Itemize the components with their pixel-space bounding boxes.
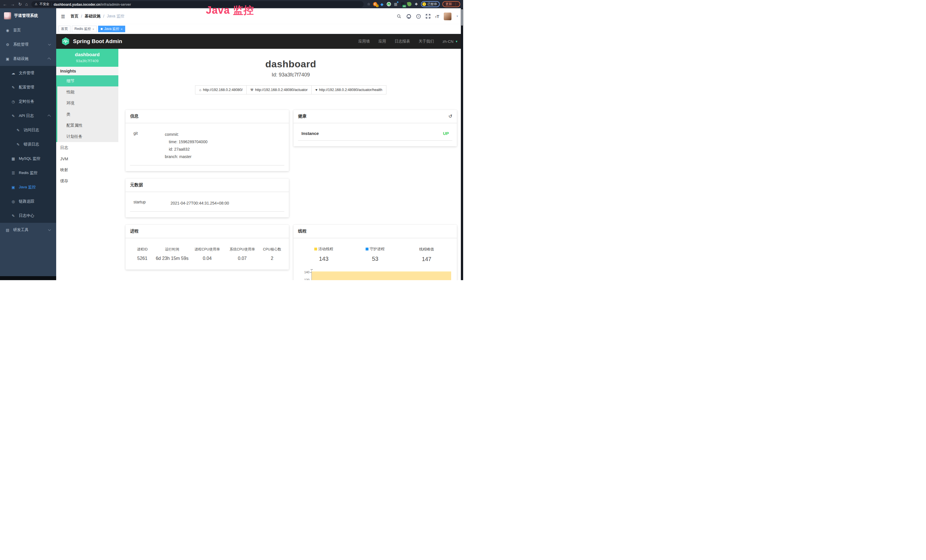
sba-brand[interactable]: Spring Boot Admin [61, 37, 122, 45]
app-logo [4, 12, 11, 20]
url-host: dashboard.yudao.iocoder.cn [54, 3, 100, 6]
sba-logo-icon [61, 37, 70, 45]
sidebar-item-tracing[interactable]: ◎ 链路追踪 [0, 194, 56, 209]
page-scrollbar[interactable] [461, 8, 463, 280]
thread-stats: 活动线程 143 守护进程 53 线程峰值 147 [298, 243, 452, 262]
sidebar-item-jobs[interactable]: ◷ 定时任务 [0, 94, 56, 109]
breadcrumb-home[interactable]: 首页 [70, 14, 79, 19]
sba-nav-about[interactable]: 关于我们 [419, 39, 434, 44]
sba-item-jvm[interactable]: JVM [56, 153, 118, 164]
actuator-url-button[interactable]: ⚒ http://192.168.0.2:48080/actuator [247, 85, 312, 94]
sidebar-item-log-center[interactable]: ✎ 日志中心 [0, 209, 56, 223]
history-icon[interactable]: ↺ [449, 114, 452, 119]
edit-icon: ✎ [11, 85, 15, 89]
fullscreen-icon[interactable] [425, 14, 431, 19]
sba-group-insights[interactable]: Insights [56, 67, 118, 75]
sidebar-item-system[interactable]: ⚙ 系统管理 [0, 37, 56, 51]
sba-item-caches[interactable]: 缓存 [56, 176, 118, 186]
notification-dot [397, 2, 398, 3]
live-threads-legend-icon [314, 248, 317, 250]
reload-icon[interactable]: ↻ [18, 2, 22, 6]
y-extension-icon[interactable]: y [387, 2, 391, 6]
process-col-pid: 进程ID [130, 247, 154, 252]
user-avatar[interactable] [444, 12, 451, 20]
instance-title: dashboard [118, 59, 463, 70]
sba-nav-applications[interactable]: 应用 [378, 39, 386, 44]
sidebar-item-redis[interactable]: ☰ Redis 监控 [0, 166, 56, 180]
sba-item-details[interactable]: 细节 [57, 75, 118, 86]
layers-icon: ☰ [11, 171, 15, 175]
browser-menu-icon[interactable]: ⋮ [454, 2, 457, 6]
home-icon[interactable]: ⌂ [26, 2, 28, 6]
dashboard-icon: ◉ [5, 28, 10, 33]
extension-icon[interactable]: C1 [373, 2, 377, 6]
sidebar-item-error-log[interactable]: ✎ 错误日志 [0, 137, 56, 151]
process-cpu-value: 0.04 [190, 256, 225, 261]
sidebar-item-home[interactable]: ◉ 首页 [0, 23, 56, 37]
sidebar-collapse-icon[interactable]: ≣ [61, 13, 65, 20]
sba-item-metrics[interactable]: 性能 [57, 86, 118, 98]
chevron-down-icon [48, 43, 51, 45]
github-icon[interactable] [406, 14, 411, 19]
process-panel-title: 进程 [130, 229, 139, 234]
daemon-threads-value: 53 [350, 256, 401, 262]
monitor-icon: ▣ [11, 185, 15, 189]
breadcrumb-infra[interactable]: 基础设施 [85, 14, 101, 19]
close-icon[interactable]: × [121, 27, 123, 31]
chevron-up-icon [48, 115, 51, 118]
sba-item-logs[interactable]: 日志 [56, 142, 118, 153]
sba-language-select[interactable]: zh-CN ▼ [443, 39, 458, 44]
sidebar-logo-row[interactable]: 芋道管理系统 [0, 8, 56, 23]
sidebar-item-files[interactable]: ☁ 文件管理 [0, 66, 56, 80]
window-bottom-edge [0, 276, 56, 280]
process-table: 进程ID 5261 运行时间 6d 23h 15m 59s 进程CPU使用率 0… [130, 243, 284, 264]
profile-paused-chip[interactable]: ツ 已暂停 [421, 1, 440, 7]
status-badge: UP [443, 131, 451, 136]
health-url-button[interactable]: ♥ http://192.168.0.2:48080/actuator/heal… [312, 85, 386, 94]
forward-icon[interactable]: → [11, 2, 15, 6]
wrench-icon: ⚒ [250, 88, 254, 92]
avatar-caret-icon[interactable]: ▼ [456, 15, 458, 18]
info-panel-title: 信息 [130, 114, 139, 119]
process-col-cores: CPU核心数 [260, 247, 284, 252]
tab-java-monitor[interactable]: Java 监控 × [98, 26, 125, 32]
sba-nav-wallboard[interactable]: 应用墙 [358, 39, 370, 44]
sba-nav-journal[interactable]: 日志报表 [395, 39, 410, 44]
extensions-puzzle-icon[interactable]: ❖ [414, 2, 418, 6]
search-icon[interactable] [396, 14, 401, 19]
metadata-key: startup [133, 200, 171, 207]
bookmark-star-icon[interactable]: ☆ [367, 2, 371, 6]
sidebar-item-api-log[interactable]: ✎ API 日志 [0, 109, 56, 123]
address-bar[interactable]: ⚠ 不安全 dashboard.yudao.iocoder.cn/infra/a… [31, 1, 364, 8]
sba-item-scheduled-tasks[interactable]: 计划任务 [57, 131, 118, 142]
sidebar-item-mysql[interactable]: ▦ MySQL 监控 [0, 151, 56, 166]
sidebar-item-dev-tools[interactable]: ▤ 研发工具 [0, 223, 56, 237]
sidebar-item-config[interactable]: ✎ 配置管理 [0, 80, 56, 94]
info-panel: 信息 git commit: time: 1596289704000 id: 2… [126, 110, 289, 171]
sidebar-item-java-monitor[interactable]: ▣ Java 监控 [0, 180, 56, 194]
sidebar-item-access-log[interactable]: ✎ 访问日志 [0, 123, 56, 137]
service-url-button[interactable]: ⌂ http://192.168.0.2:48080/ [195, 85, 247, 94]
eye-icon: ◎ [11, 200, 15, 204]
scrollbar-thumb[interactable] [461, 9, 463, 26]
back-icon[interactable]: ← [3, 2, 7, 6]
tab-redis-monitor[interactable]: Redis 监控 × [72, 26, 97, 32]
sba-item-mappings[interactable]: 映射 [56, 164, 118, 176]
update-button[interactable]: 更新 ⋮ [442, 1, 460, 7]
sba-instance-header[interactable]: dashboard 93a3fc7f7409 [56, 49, 118, 67]
sba-item-config-props[interactable]: 配置属性 [57, 120, 118, 131]
help-icon[interactable]: ? [416, 14, 421, 19]
close-icon[interactable]: × [92, 27, 94, 31]
tab-home[interactable]: 首页 [59, 26, 70, 32]
list-extension-icon[interactable]: ☰on [400, 2, 405, 6]
grid-extension-icon[interactable]: ▦ [393, 2, 398, 6]
annotation-java-monitor: Java 监控 [206, 3, 254, 17]
sba-item-classes[interactable]: 类 [57, 109, 118, 120]
chevron-up-icon [48, 58, 51, 61]
leaf-extension-icon[interactable] [407, 2, 412, 6]
sba-main: dashboard Id: 93a3fc7f7409 ⌂ http://192.… [118, 49, 463, 280]
font-size-icon[interactable]: тT [435, 14, 439, 19]
vpn-extension-icon[interactable]: ◆ [380, 2, 384, 6]
sba-item-environment[interactable]: 环境 [57, 98, 118, 109]
sidebar-item-infra[interactable]: ▣ 基础设施 [0, 51, 56, 66]
